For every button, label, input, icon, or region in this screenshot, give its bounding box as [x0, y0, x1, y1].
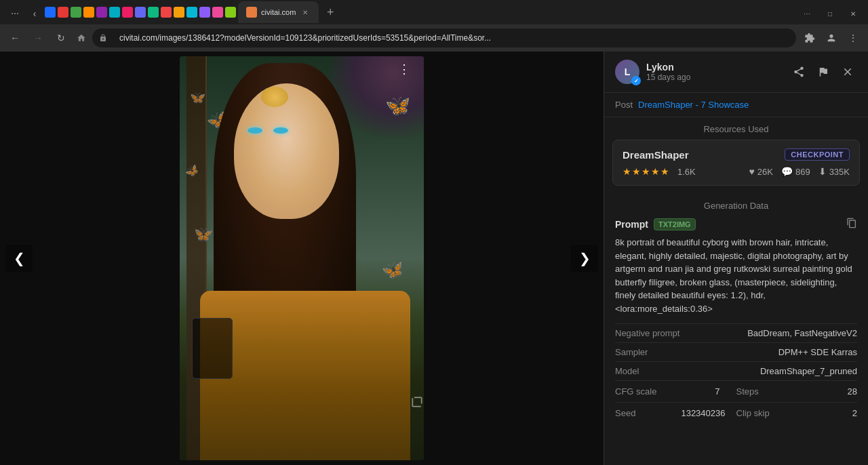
image-menu-btn[interactable]: ⋮	[395, 60, 414, 79]
main-content: 🦋 🦋 🦋 🦋 🦋 🦋 ❮ ❯ ⋮	[0, 52, 868, 465]
url-input[interactable]	[111, 28, 789, 47]
cfg-steps-row: CFG scale 7 Steps 28	[615, 380, 857, 402]
tab-close-btn[interactable]: ✕	[300, 7, 311, 18]
steps-label: Steps	[736, 386, 759, 397]
home-btn[interactable]	[75, 31, 88, 45]
next-image-btn[interactable]: ❯	[571, 245, 598, 272]
arm-lace	[192, 318, 233, 379]
url-bar[interactable]	[92, 28, 796, 47]
model-row: Model DreamShaper_7_pruned	[615, 361, 857, 380]
lock-icon	[99, 34, 107, 42]
cfg-col: CFG scale 7	[615, 386, 736, 397]
steps-value: 28	[848, 386, 857, 397]
sampler-value: DPM++ SDE Karras	[778, 347, 857, 357]
tab-icon-1[interactable]	[45, 7, 56, 18]
right-panel: L ✓ Lykon 15 days ago Post	[604, 52, 868, 465]
negative-prompt-row: Negative prompt BadDream, FastNegativeV2	[615, 323, 857, 342]
post-link[interactable]: DreamShaper - 7 Showcase	[638, 100, 749, 110]
tab-icon-2[interactable]	[58, 7, 68, 18]
sampler-row: Sampler DPM++ SDE Karras	[615, 342, 857, 361]
panel-actions	[789, 62, 857, 81]
tab-icon-10[interactable]	[161, 7, 172, 18]
tab-back-btn[interactable]: ‹	[25, 4, 44, 23]
butterfly-2: 🦋	[189, 89, 205, 106]
flag-btn[interactable]	[814, 62, 833, 81]
tab-icon-8[interactable]	[135, 7, 146, 18]
clip-col: Clip skip 2	[736, 408, 858, 418]
tab-icon-5[interactable]	[96, 7, 107, 18]
comments-stat: 💬 869	[781, 166, 810, 177]
butterfly-5: 🦋	[380, 258, 406, 282]
active-tab[interactable]: civitai.com ✕	[238, 1, 319, 23]
hair-ornament	[261, 87, 288, 107]
heart-icon: ♥	[749, 166, 754, 177]
forward-btn[interactable]: →	[28, 28, 47, 47]
likes-count: 26K	[757, 167, 773, 177]
comments-count: 869	[795, 167, 810, 177]
downloads-count: 335K	[829, 167, 850, 177]
face	[234, 83, 339, 219]
tabs-container: ⋯ ‹ c	[5, 1, 863, 23]
panel-header: L ✓ Lykon 15 days ago	[604, 52, 868, 93]
extensions-icon[interactable]	[800, 28, 819, 47]
steps-col: Steps 28	[736, 386, 858, 397]
negative-prompt-value: BadDream, FastNegativeV2	[747, 328, 857, 338]
seed-col: Seed 132340236	[615, 408, 736, 418]
prompt-row: Prompt TXT2IMG	[615, 218, 857, 230]
share-btn[interactable]	[789, 62, 808, 81]
username: Lykon	[646, 62, 783, 73]
back-btn[interactable]: ←	[5, 28, 24, 47]
eye-left	[248, 127, 262, 134]
generation-title: Generation Data	[615, 194, 857, 218]
resources-title: Resources Used	[604, 117, 868, 140]
tab-icon-7[interactable]	[122, 7, 133, 18]
downloads-stat: ⬇ 335K	[818, 166, 850, 177]
win-ctrl-3[interactable]: ✕	[844, 4, 863, 23]
tab-icon-13[interactable]	[199, 7, 210, 18]
cfg-label: CFG scale	[615, 386, 656, 397]
download-icon: ⬇	[818, 166, 827, 177]
close-panel-btn[interactable]	[838, 62, 857, 81]
clip-label: Clip skip	[736, 408, 770, 418]
generation-section: Generation Data Prompt TXT2IMG 8k portra…	[604, 194, 868, 424]
prompt-label: Prompt	[615, 219, 648, 230]
post-label: Post	[615, 100, 633, 110]
comment-icon: 💬	[781, 166, 793, 177]
menu-icon[interactable]: ⋮	[844, 28, 863, 47]
rating-count: 1.6K	[677, 167, 696, 177]
star-1: ★	[623, 166, 631, 177]
toolbar-icons: ⋮	[800, 28, 863, 47]
resource-stats: ♥ 26K 💬 869 ⬇ 335K	[749, 166, 850, 177]
browser-chrome: ⋯ ‹ c	[0, 0, 868, 52]
clip-value: 2	[852, 408, 857, 418]
refresh-btn[interactable]: ↻	[52, 28, 71, 47]
tab-icon-12[interactable]	[186, 7, 197, 18]
tab-icon-15[interactable]	[225, 7, 236, 18]
profile-icon[interactable]	[822, 28, 841, 47]
tab-icon-4[interactable]	[83, 7, 94, 18]
tab-icon-6[interactable]	[109, 7, 120, 18]
tab-icon-3[interactable]	[71, 7, 81, 18]
image-section: 🦋 🦋 🦋 🦋 🦋 🦋 ❮ ❯ ⋮	[0, 52, 604, 465]
eye-right	[273, 127, 288, 134]
tab-icon-9[interactable]	[148, 7, 159, 18]
win-ctrl-2[interactable]: □	[821, 4, 840, 23]
win-ctrl-1[interactable]: ⋯	[797, 4, 816, 23]
model-label: Model	[615, 366, 639, 376]
user-avatar: L ✓	[615, 60, 639, 84]
crop-icon[interactable]	[410, 395, 424, 411]
resource-meta: ★ ★ ★ ★ ★ 1.6K ♥ 26K 💬 869	[623, 166, 850, 177]
prev-image-btn[interactable]: ❮	[5, 245, 33, 272]
resource-name[interactable]: DreamShaper	[623, 149, 689, 161]
active-tab-icon	[246, 7, 257, 18]
sampler-label: Sampler	[615, 347, 648, 357]
tab-icon-11[interactable]	[174, 7, 184, 18]
main-image: 🦋 🦋 🦋 🦋 🦋 🦋	[180, 56, 424, 460]
butterfly-figure-1: 🦋	[385, 94, 410, 117]
new-tab-btn[interactable]: +	[321, 3, 340, 22]
verified-badge: ✓	[631, 76, 641, 85]
star-rating: ★ ★ ★ ★ ★	[623, 166, 669, 177]
copy-prompt-btn[interactable]	[846, 218, 857, 230]
tab-icon-14[interactable]	[212, 7, 223, 18]
minimize-btn[interactable]: ⋯	[5, 4, 24, 23]
